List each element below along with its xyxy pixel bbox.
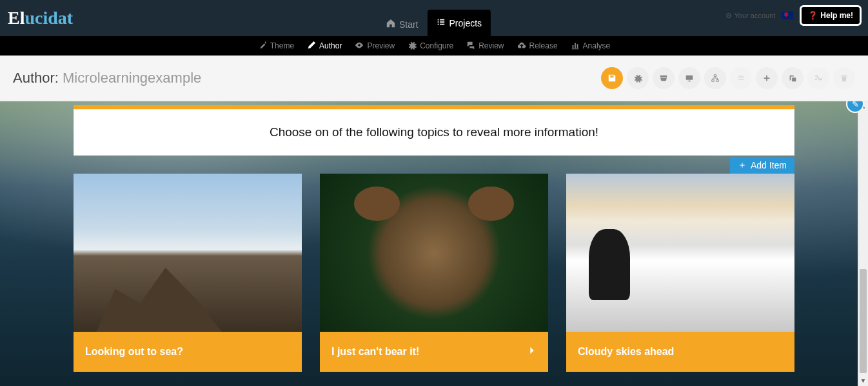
subnav-preview-label: Preview	[367, 41, 395, 50]
subnav-configure-label: Configure	[420, 41, 453, 50]
instruction-text[interactable]: Choose on of the following topics to rev…	[74, 109, 794, 156]
your-account-link[interactable]: ⚙ Your account	[725, 12, 776, 20]
add-button[interactable]	[756, 67, 778, 89]
copy-button[interactable]	[782, 67, 804, 89]
canvas-area: ✎ ▲ ▼ Choose on of the following topics …	[0, 101, 868, 386]
eyedropper-icon	[258, 41, 267, 52]
subnav-analyse[interactable]: Analyse	[571, 41, 611, 52]
pencil-icon	[307, 41, 316, 52]
icon-toolbar	[601, 67, 855, 89]
save-button[interactable]	[601, 67, 623, 89]
subnav-release-label: Release	[529, 41, 558, 50]
card-3-caption: Cloudy skies ahead	[566, 332, 794, 372]
project-name: Microlearningexample	[63, 70, 201, 86]
list-icon	[437, 17, 446, 28]
flag-icon[interactable]	[782, 12, 793, 19]
page-title-prefix: Author:	[13, 70, 63, 86]
cloud-upload-icon	[517, 41, 526, 52]
subnav-review[interactable]: Review	[466, 41, 504, 52]
card-1-caption-text: Looking out to sea?	[85, 346, 183, 358]
card-2-caption-text: I just can't bear it!	[331, 346, 419, 358]
delete-button[interactable]	[833, 67, 855, 89]
top-bar: Elucidat Start Projects ⚙ Your account ❓…	[0, 0, 868, 36]
subnav-author[interactable]: Author	[307, 41, 342, 52]
plus-icon: ＋	[738, 159, 747, 171]
subnav-preview[interactable]: Preview	[355, 41, 395, 52]
logo[interactable]: Elucidat	[8, 8, 73, 28]
subnav-theme-label: Theme	[270, 41, 294, 50]
card-2-image	[320, 174, 548, 332]
scroll-thumb[interactable]	[860, 269, 867, 373]
card-1-image	[74, 174, 302, 332]
gear-icon: ⚙	[725, 12, 732, 20]
card-3-image	[566, 174, 794, 332]
settings-button[interactable]	[627, 67, 649, 89]
subnav-configure[interactable]: Configure	[408, 41, 453, 52]
sitemap-button[interactable]	[704, 67, 726, 89]
top-right: ⚙ Your account ❓ Help me!	[725, 5, 862, 26]
desktop-button[interactable]	[678, 67, 700, 89]
nav-start[interactable]: Start	[377, 12, 428, 36]
eye-icon	[355, 41, 364, 52]
scroll-down[interactable]: ▼	[858, 376, 868, 386]
scrollbar[interactable]: ▲ ▼	[858, 101, 868, 386]
nav-projects[interactable]: Projects	[428, 10, 491, 36]
subnav-theme[interactable]: Theme	[258, 41, 294, 52]
home-icon	[386, 19, 395, 30]
add-item-label: Add Item	[751, 160, 787, 170]
subnav-author-label: Author	[319, 41, 342, 50]
page-header: Author: Microlearningexample	[0, 56, 868, 101]
card-3[interactable]: Cloudy skies ahead	[566, 174, 794, 372]
subnav-review-label: Review	[478, 41, 504, 50]
list-button[interactable]	[730, 67, 752, 89]
help-me-button[interactable]: ❓ Help me!	[800, 5, 862, 26]
content-frame: Choose on of the following topics to rev…	[74, 101, 794, 372]
card-1-caption: Looking out to sea?	[74, 332, 302, 372]
bar-chart-icon	[571, 41, 580, 52]
card-3-caption-text: Cloudy skies ahead	[578, 346, 674, 358]
question-icon: ❓	[808, 11, 818, 20]
card-2[interactable]: I just can't bear it!	[320, 174, 548, 372]
main-nav: Start Projects	[377, 0, 491, 36]
chevron-right-icon	[528, 346, 537, 358]
subnav-release[interactable]: Release	[517, 41, 558, 52]
nav-start-label: Start	[399, 19, 419, 30]
nav-projects-label: Projects	[449, 18, 482, 28]
shuffle-button[interactable]	[807, 67, 829, 89]
layout-button[interactable]	[653, 67, 675, 89]
page-title: Author: Microlearningexample	[13, 70, 201, 86]
cards-row: ＋ Add Item Looking out to sea? I just ca…	[74, 174, 794, 372]
card-2-caption: I just can't bear it!	[320, 332, 548, 372]
subnav-analyse-label: Analyse	[583, 41, 611, 50]
sub-nav: Theme Author Preview Configure Review Re…	[0, 36, 868, 56]
card-1[interactable]: Looking out to sea?	[74, 174, 302, 372]
your-account-label: Your account	[735, 12, 776, 19]
comments-icon	[466, 41, 475, 52]
add-item-button[interactable]: ＋ Add Item	[730, 157, 794, 174]
help-me-label: Help me!	[820, 11, 853, 20]
cogs-icon	[408, 41, 417, 52]
